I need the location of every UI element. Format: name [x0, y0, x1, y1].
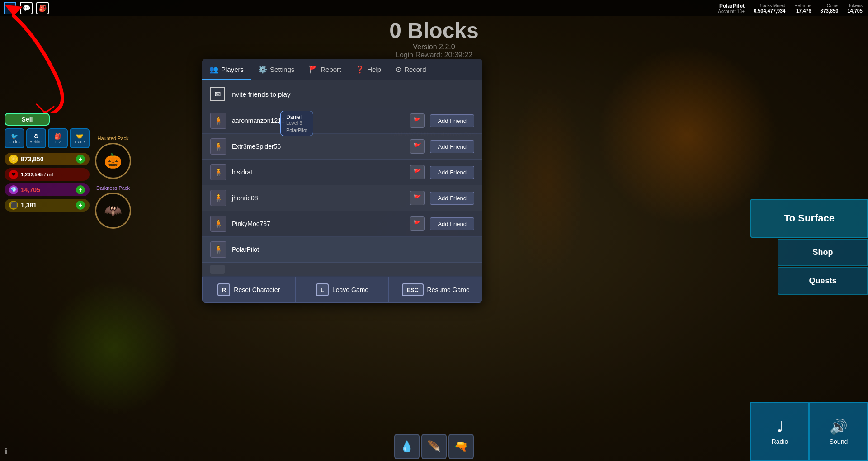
inventory-slot[interactable]: 💧 [394, 434, 420, 459]
flag-button[interactable]: 🚩 [410, 191, 425, 205]
rebirth-icon: ♻ [33, 133, 39, 140]
player-name: Extr3meSpider56 [232, 143, 405, 150]
flag-button[interactable]: 🚩 [410, 113, 425, 128]
players-tab-label: Players [221, 66, 244, 73]
tab-report[interactable]: 🚩 Report [302, 60, 348, 80]
tab-players[interactable]: 👥 Players [202, 60, 251, 80]
players-tab-icon: 👥 [209, 65, 218, 74]
add-friend-button[interactable]: Add Friend [430, 166, 474, 179]
add-friend-button[interactable]: Add Friend [430, 140, 474, 153]
player-name: PolarPilot [232, 246, 474, 253]
add-friend-button[interactable]: Add Friend [430, 217, 474, 230]
invite-icon: ✉ [210, 87, 225, 101]
inventory-button[interactable]: 🎒 Inv [48, 128, 68, 148]
player-avatar: 🧍 [210, 190, 226, 206]
inventory-bar: 💧 🪶 🔫 [394, 434, 474, 461]
flag-button[interactable]: 🚩 [410, 216, 425, 231]
player-row: 🧍 jhonrie08 🚩 Add Friend [202, 185, 482, 211]
account-level: Account: 13+ [718, 9, 745, 14]
tokens-plus-button[interactable]: + [76, 185, 85, 194]
settings-tab-label: Settings [270, 66, 294, 73]
shop-button[interactable]: Shop [778, 239, 868, 266]
player-row: 🧍 aaronmanzon1212 🚩 Add Friend [202, 108, 482, 134]
trade-icon: 🤝 [76, 133, 83, 140]
add-friend-button[interactable]: Add Friend [430, 192, 474, 205]
coins-display: 873,850 [21, 155, 73, 163]
leave-label: Leave Game [332, 286, 368, 293]
leave-game-button[interactable]: L Leave Game [296, 277, 389, 303]
sound-button[interactable]: 🔊 Sound [809, 402, 868, 461]
blocks-mined-group: Blocks Mined 6,504,477,934 [754, 3, 785, 14]
players-modal: 👥 Players ⚙️ Settings 🚩 Report ❓ Help ⊙ … [202, 59, 482, 303]
rebirths-value: 17,476 [796, 8, 811, 14]
player-row: 🧍 hisidrat 🚩 Add Friend [202, 160, 482, 185]
record-tab-icon: ⊙ [396, 65, 401, 74]
quests-button[interactable]: Quests [778, 267, 868, 295]
blocks-plus-button[interactable]: + [76, 201, 85, 210]
tab-help[interactable]: ❓ Help [348, 60, 388, 80]
chat-icon[interactable]: 💬 [20, 2, 33, 14]
report-tab-icon: 🚩 [309, 65, 318, 74]
inventory-slot[interactable]: 🪶 [421, 434, 447, 459]
player-row: 🧍 Extr3meSpider56 🚩 Add Friend [202, 134, 482, 160]
add-friend-button[interactable]: Add Friend [430, 114, 474, 127]
rebirth-button[interactable]: ♻ Rebirth [26, 128, 46, 148]
darkness-pack: Darkness Pack 🦇 [95, 185, 131, 229]
invite-row[interactable]: ✉ Invite friends to play [202, 80, 482, 108]
flag-button[interactable]: 🚩 [410, 165, 425, 179]
coins-group: Coins 873,850 [821, 3, 839, 14]
flag-button[interactable]: 🚩 [410, 139, 425, 154]
player-avatar: 🧍 [210, 113, 226, 129]
twitter-button[interactable]: 🐦 Codes [5, 128, 24, 148]
resume-game-button[interactable]: ESC Resume Game [389, 277, 482, 303]
top-bar-icons: ☰ 💬 🎒 [4, 2, 49, 14]
haunted-pack: Haunted Pack 🎃 [95, 136, 131, 179]
rebirths-label: Rebirths [794, 3, 811, 8]
blocks-display: 1,381 [21, 202, 73, 209]
hp-display: 1,232,595 / inf [21, 172, 85, 177]
blocks-mined-label: Blocks Mined [759, 3, 785, 8]
inventory-slot[interactable]: 🔫 [448, 434, 474, 459]
tokens-value: 14,705 [847, 8, 863, 14]
invite-text: Invite friends to play [230, 90, 290, 98]
trade-button[interactable]: 🤝 Trade [70, 128, 90, 148]
username: PolarPilot [719, 3, 745, 9]
player-name: aaronmanzon1212 [232, 117, 405, 124]
blocks-count: 0 Blocks [389, 18, 478, 43]
login-reward: Login Reward: 20:39:22 [389, 51, 478, 59]
inventory-icon: 🎒 [54, 133, 61, 140]
resume-label: Resume Game [427, 286, 470, 293]
token-icon: 💎 [9, 185, 18, 194]
radio-label: Radio [772, 438, 788, 445]
to-surface-button[interactable]: To Surface [750, 199, 868, 238]
tab-record[interactable]: ⊙ Record [388, 60, 433, 80]
tokens-label: Tokens [848, 3, 863, 8]
coins-plus-button[interactable]: + [76, 155, 85, 164]
resume-key-badge: ESC [402, 283, 424, 296]
right-ui: To Surface Shop Quests [750, 199, 868, 295]
coins-value: 873,850 [821, 8, 839, 14]
player-avatar: 🧍 [210, 138, 226, 155]
backpack-icon[interactable]: 🎒 [36, 2, 49, 14]
hp-row: ❤ 1,232,595 / inf [5, 168, 90, 181]
player-name: PinkyMoo737 [232, 220, 405, 227]
blocks-mined-value: 6,504,477,934 [754, 8, 785, 14]
sound-icon: 🔊 [830, 418, 848, 435]
reset-key-badge: R [217, 283, 230, 296]
info-button[interactable]: ℹ [5, 447, 8, 456]
haunted-pack-label: Haunted Pack [95, 136, 131, 141]
sell-button[interactable]: Sell [5, 113, 50, 126]
bottom-right-buttons: ♩ Radio 🔊 Sound [750, 402, 868, 461]
center-title: 0 Blocks Version 2.2.0 Login Reward: 20:… [389, 18, 478, 59]
reset-character-button[interactable]: R Reset Character [202, 277, 296, 303]
tab-settings[interactable]: ⚙️ Settings [251, 60, 302, 80]
help-tab-label: Help [367, 66, 381, 73]
modal-tabs: 👥 Players ⚙️ Settings 🚩 Report ❓ Help ⊙ … [202, 59, 482, 80]
player-avatar: 🧍 [210, 241, 226, 258]
haunted-pack-icon: 🎃 [95, 143, 131, 179]
partial-row [202, 263, 482, 276]
menu-icon[interactable]: ☰ [4, 2, 16, 14]
leave-key-badge: L [316, 283, 329, 296]
reset-label: Reset Character [234, 286, 280, 293]
radio-button[interactable]: ♩ Radio [750, 402, 809, 461]
